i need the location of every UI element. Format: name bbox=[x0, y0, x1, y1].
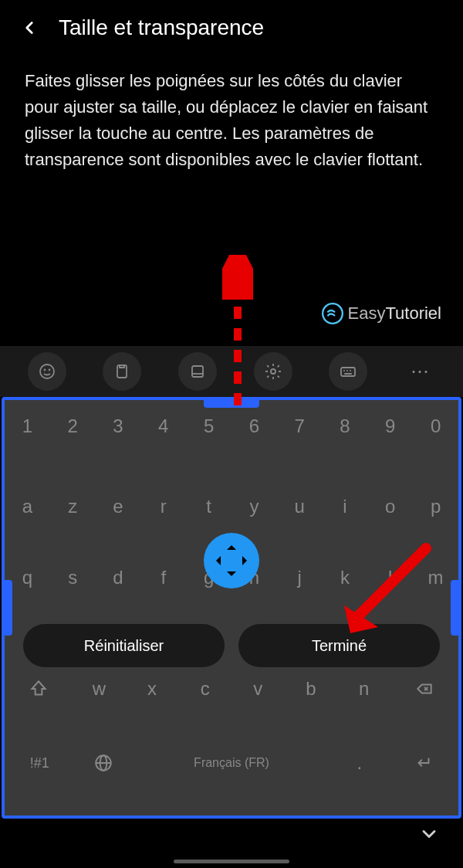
keyboard: 1 2 3 4 5 6 7 8 9 0 a z e r t y u i o p … bbox=[5, 400, 458, 815]
key-3[interactable]: 3 bbox=[97, 402, 140, 451]
description-text: Faites glisser les poignées sur les côté… bbox=[0, 53, 463, 188]
key-u[interactable]: u bbox=[279, 482, 321, 531]
gear-icon[interactable] bbox=[254, 352, 292, 391]
reset-button[interactable]: Réinitialiser bbox=[23, 624, 225, 667]
watermark-suffix: Tutoriel bbox=[385, 303, 441, 323]
key-o[interactable]: o bbox=[369, 482, 411, 531]
keyboard-resize-frame: 1 2 3 4 5 6 7 8 9 0 a z e r t y u i o p … bbox=[2, 397, 461, 819]
key-n[interactable]: n bbox=[339, 664, 389, 714]
key-b[interactable]: b bbox=[286, 664, 336, 714]
key-7[interactable]: 7 bbox=[279, 402, 321, 451]
modes-icon[interactable] bbox=[178, 352, 217, 391]
key-k[interactable]: k bbox=[324, 553, 367, 602]
backspace-key[interactable] bbox=[392, 664, 457, 714]
key-4[interactable]: 4 bbox=[142, 402, 184, 451]
svg-point-7 bbox=[271, 369, 275, 374]
key-z[interactable]: z bbox=[52, 482, 94, 531]
key-2[interactable]: 2 bbox=[52, 402, 94, 451]
collapse-keyboard-icon[interactable] bbox=[418, 823, 440, 848]
key-s[interactable]: s bbox=[52, 553, 94, 602]
space-key[interactable]: Français (FR) bbox=[134, 738, 329, 788]
keyboard-icon[interactable] bbox=[329, 352, 367, 391]
page-title: Taille et transparence bbox=[59, 15, 264, 40]
gesture-handle[interactable] bbox=[174, 860, 289, 863]
key-0[interactable]: 0 bbox=[414, 402, 457, 451]
key-d[interactable]: d bbox=[97, 553, 140, 602]
clipboard-icon[interactable] bbox=[103, 352, 141, 391]
done-button[interactable]: Terminé bbox=[238, 624, 440, 667]
keyboard-toolbar: ⋯ bbox=[0, 346, 463, 397]
more-icon[interactable]: ⋯ bbox=[404, 361, 435, 382]
key-q[interactable]: q bbox=[6, 553, 49, 602]
enter-key[interactable] bbox=[390, 738, 457, 788]
svg-rect-8 bbox=[341, 368, 355, 376]
key-1[interactable]: 1 bbox=[6, 402, 49, 451]
globe-key[interactable] bbox=[76, 738, 131, 788]
key-l[interactable]: l bbox=[369, 553, 411, 602]
svg-point-2 bbox=[44, 370, 45, 371]
watermark-prefix: Easy bbox=[348, 303, 386, 323]
period-key[interactable]: . bbox=[332, 738, 387, 788]
key-6[interactable]: 6 bbox=[233, 402, 275, 451]
shift-key[interactable] bbox=[6, 664, 71, 714]
key-i[interactable]: i bbox=[324, 482, 367, 531]
key-5[interactable]: 5 bbox=[188, 402, 230, 451]
svg-point-3 bbox=[49, 370, 49, 371]
watermark: EasyTutoriel bbox=[322, 303, 441, 324]
key-f[interactable]: f bbox=[142, 553, 184, 602]
symbol-key[interactable]: !#1 bbox=[6, 738, 73, 788]
key-t[interactable]: t bbox=[188, 482, 230, 531]
key-p[interactable]: p bbox=[414, 482, 457, 531]
key-w[interactable]: w bbox=[74, 664, 124, 714]
key-v[interactable]: v bbox=[233, 664, 283, 714]
key-m[interactable]: m bbox=[414, 553, 457, 602]
key-c[interactable]: c bbox=[180, 664, 230, 714]
svg-rect-5 bbox=[192, 366, 203, 377]
key-e[interactable]: e bbox=[97, 482, 140, 531]
key-y[interactable]: y bbox=[233, 482, 275, 531]
nav-bar bbox=[0, 822, 463, 868]
back-button[interactable] bbox=[19, 17, 40, 39]
key-8[interactable]: 8 bbox=[324, 402, 367, 451]
key-r[interactable]: r bbox=[142, 482, 184, 531]
key-9[interactable]: 9 bbox=[369, 402, 411, 451]
key-x[interactable]: x bbox=[127, 664, 177, 714]
move-handle[interactable] bbox=[204, 533, 259, 588]
svg-point-1 bbox=[40, 364, 54, 378]
emoji-icon[interactable] bbox=[28, 352, 66, 391]
key-j[interactable]: j bbox=[279, 553, 321, 602]
key-a[interactable]: a bbox=[6, 482, 49, 531]
